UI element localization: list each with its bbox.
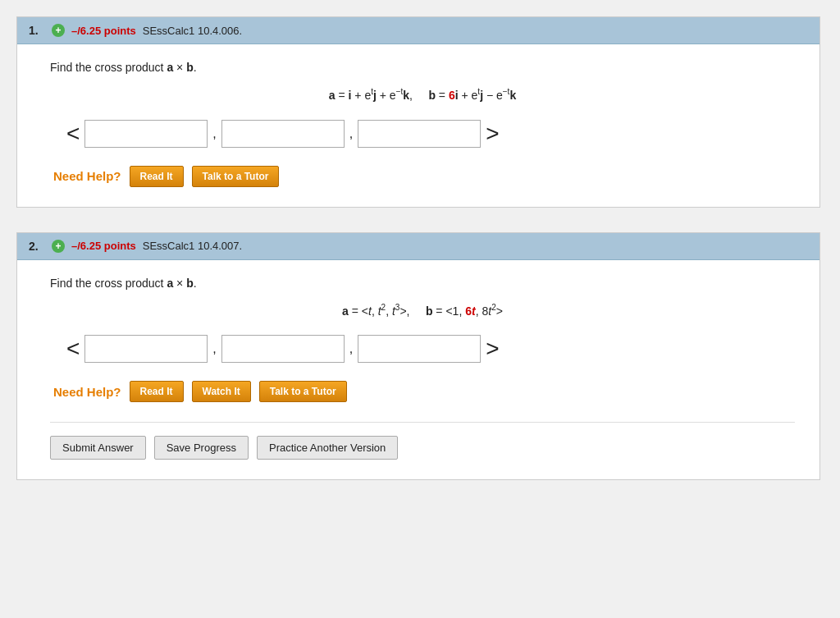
problem-2-instruction: Find the cross product a × b. <box>50 277 795 290</box>
comma-2b: , <box>349 341 353 356</box>
problem-2: 2. + –/6.25 points SEssCalc1 10.4.007. F… <box>16 232 820 481</box>
problem-2-body: Find the cross product a × b. a = <t, t2… <box>17 260 819 480</box>
answer-input-2a[interactable] <box>84 335 208 363</box>
read-it-button-1[interactable]: Read It <box>130 166 184 187</box>
answer-input-1c[interactable] <box>358 120 481 148</box>
problem-2-math: a = <t, t2, t3>, b = <1, 6t, 8t2> <box>50 303 795 318</box>
problem-1-body: Find the cross product a × b. a = i + et… <box>17 44 819 207</box>
comma-2a: , <box>212 341 216 356</box>
left-bracket-1: < <box>66 122 80 145</box>
right-bracket-2: > <box>486 337 499 360</box>
answer-input-1b[interactable] <box>221 120 345 148</box>
problem-1-points: –/6.25 points <box>71 25 136 37</box>
watch-it-button-2[interactable]: Watch It <box>192 381 251 402</box>
answer-input-2c[interactable] <box>358 335 481 363</box>
need-help-label-2: Need Help? <box>53 385 121 399</box>
problem-2-points: –/6.25 points <box>71 240 136 252</box>
problem-1-help-row: Need Help? Read It Talk to a Tutor <box>50 166 795 187</box>
answer-input-2b[interactable] <box>221 335 345 363</box>
problem-2-header: 2. + –/6.25 points SEssCalc1 10.4.007. <box>17 233 819 260</box>
plus-icon-1: + <box>52 24 65 37</box>
problem-1-math: a = i + etj + e−tk, b = 6i + etj − e−tk <box>50 87 795 102</box>
comma-1a: , <box>212 126 216 141</box>
problem-2-number: 2. <box>29 240 45 253</box>
problem-2-id: SEssCalc1 10.4.007. <box>143 240 242 252</box>
comma-1b: , <box>349 126 353 141</box>
problem-1-number: 1. <box>29 24 45 37</box>
problem-2-answer-row: < , , > <box>50 335 795 363</box>
answer-input-1a[interactable] <box>84 120 208 148</box>
right-bracket-1: > <box>486 122 499 145</box>
submit-row: Submit Answer Save Progress Practice Ano… <box>50 422 795 460</box>
problem-2-help-row: Need Help? Read It Watch It Talk to a Tu… <box>50 381 795 402</box>
read-it-button-2[interactable]: Read It <box>130 381 184 402</box>
need-help-label-1: Need Help? <box>53 169 121 183</box>
problem-1: 1. + –/6.25 points SEssCalc1 10.4.006. F… <box>16 16 820 208</box>
plus-icon-2: + <box>52 240 65 253</box>
problem-1-instruction: Find the cross product a × b. <box>50 61 795 74</box>
problem-1-answer-row: < , , > <box>50 120 795 148</box>
talk-to-tutor-button-2[interactable]: Talk to a Tutor <box>259 381 347 402</box>
problem-1-header: 1. + –/6.25 points SEssCalc1 10.4.006. <box>17 17 819 44</box>
practice-another-version-button[interactable]: Practice Another Version <box>257 436 398 460</box>
problem-1-id: SEssCalc1 10.4.006. <box>143 25 242 37</box>
talk-to-tutor-button-1[interactable]: Talk to a Tutor <box>192 166 280 187</box>
submit-answer-button[interactable]: Submit Answer <box>50 436 146 460</box>
left-bracket-2: < <box>66 337 80 360</box>
save-progress-button[interactable]: Save Progress <box>154 436 249 460</box>
